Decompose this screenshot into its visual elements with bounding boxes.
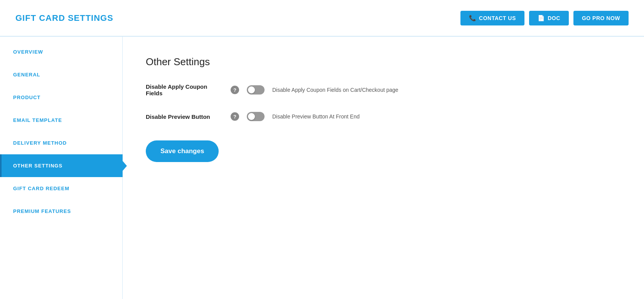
sidebar-item-other-settings[interactable]: OTHER SETTINGS bbox=[0, 154, 122, 177]
help-icon-disable-coupon[interactable]: ? bbox=[231, 86, 239, 94]
go-pro-button[interactable]: GO PRO NOW bbox=[573, 11, 629, 25]
page-title: GIFT CARD SETTINGS bbox=[15, 13, 113, 23]
main-content: Other Settings Disable Apply Coupon Fiel… bbox=[123, 37, 644, 299]
setting-label-disable-preview: Disable Preview Button bbox=[146, 113, 223, 120]
toggle-disable-coupon[interactable] bbox=[247, 85, 265, 95]
active-arrow-icon bbox=[122, 160, 127, 171]
sidebar-item-product[interactable]: PRODUCT bbox=[0, 86, 122, 109]
doc-icon: 📄 bbox=[538, 15, 545, 22]
toggle-disable-preview[interactable] bbox=[247, 112, 265, 121]
sidebar-item-general[interactable]: GENERAL bbox=[0, 63, 122, 86]
help-icon-disable-preview[interactable]: ? bbox=[231, 112, 239, 121]
sidebar-item-overview[interactable]: OVERVIEW bbox=[0, 41, 122, 63]
main-layout: OVERVIEW GENERAL PRODUCT EMAIL TEMPLATE … bbox=[0, 37, 644, 299]
toggle-thumb-disable-preview bbox=[248, 113, 255, 120]
setting-desc-disable-coupon: Disable Apply Coupon Fields on Cart/Chec… bbox=[272, 87, 398, 93]
doc-button[interactable]: 📄 DOC bbox=[529, 11, 569, 25]
setting-row-disable-preview: Disable Preview Button ? Disable Preview… bbox=[146, 112, 621, 121]
sidebar-item-email-template[interactable]: EMAIL TEMPLATE bbox=[0, 109, 122, 132]
header: GIFT CARD SETTINGS 📞 CONTACT US 📄 DOC GO… bbox=[0, 0, 644, 37]
setting-label-disable-coupon: Disable Apply Coupon Fields bbox=[146, 83, 223, 96]
section-title: Other Settings bbox=[146, 56, 621, 68]
contact-us-button[interactable]: 📞 CONTACT US bbox=[460, 11, 524, 25]
toggle-track-disable-preview bbox=[247, 112, 265, 121]
sidebar-item-premium-features[interactable]: PREMIUM FEATURES bbox=[0, 200, 122, 223]
sidebar-item-gift-card-redeem[interactable]: GIFT CARD REDEEM bbox=[0, 177, 122, 200]
sidebar-item-delivery-method[interactable]: DELIVERY METHOD bbox=[0, 132, 122, 154]
setting-desc-disable-preview: Disable Preview Button At Front End bbox=[272, 113, 359, 120]
setting-row-disable-coupon: Disable Apply Coupon Fields ? Disable Ap… bbox=[146, 83, 621, 96]
header-buttons: 📞 CONTACT US 📄 DOC GO PRO NOW bbox=[460, 11, 629, 25]
phone-icon: 📞 bbox=[469, 15, 477, 22]
sidebar: OVERVIEW GENERAL PRODUCT EMAIL TEMPLATE … bbox=[0, 37, 123, 299]
toggle-track-disable-coupon bbox=[247, 85, 265, 95]
save-changes-button[interactable]: Save changes bbox=[146, 140, 219, 162]
toggle-thumb-disable-coupon bbox=[248, 86, 255, 93]
